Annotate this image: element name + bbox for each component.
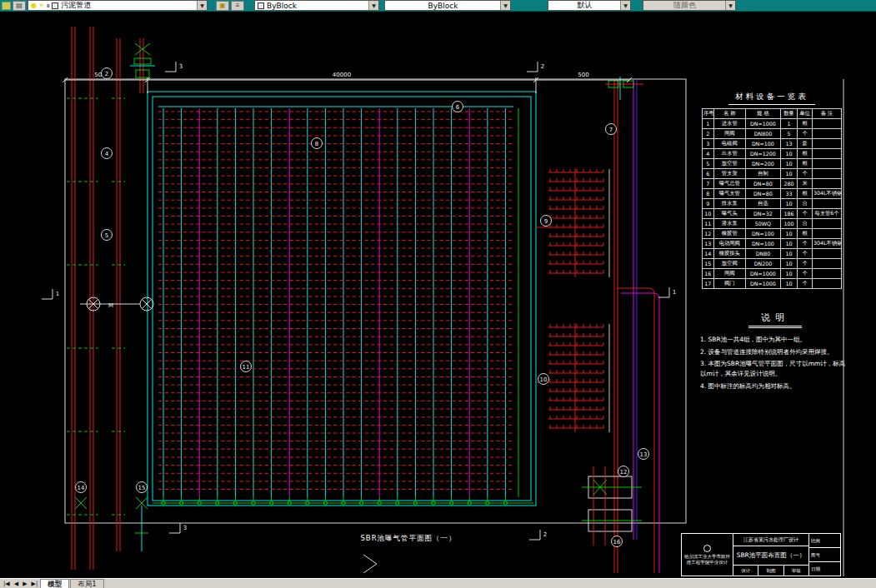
color-value: ByBlock xyxy=(267,2,297,10)
make-current-icon: ▣ xyxy=(219,2,226,9)
note-item: 3. 本图为SBR池曝气管平面图，尺寸以mm计，标高以m计，其余详见设计说明。 xyxy=(700,359,850,378)
cell-date: 日期 xyxy=(809,562,840,576)
svg-text:4: 4 xyxy=(105,151,109,157)
mat-row: 9排水泵自选10台 xyxy=(703,199,842,209)
mat-row: 7曝气总管DN=80280米 xyxy=(703,179,842,189)
svg-text:15: 15 xyxy=(138,485,146,491)
layer-previous-button[interactable]: ≡ xyxy=(231,1,244,11)
linetype-combo[interactable]: ByBlock ▼ xyxy=(384,0,511,11)
bottom-fittings xyxy=(75,497,148,551)
layers-icon: ▤ xyxy=(16,2,23,9)
drawing-caption: SBR池曝气管平面图（一） xyxy=(329,534,488,544)
lineweight-combo[interactable]: 默认 ▼ xyxy=(548,0,631,11)
lineweight-value: 默认 xyxy=(551,0,618,11)
dimension-line: 500 40000 500 xyxy=(63,72,632,93)
mat-row: 12橡胶管DN=10010根 xyxy=(703,229,842,239)
make-layer-current-button[interactable]: ▣ xyxy=(216,1,229,11)
layer-lock-icon: ∎ xyxy=(46,2,50,9)
tab-layout1[interactable]: 布局1 xyxy=(70,579,103,588)
last-tab-button[interactable]: ▶| xyxy=(30,581,40,587)
note-item: 1. SBR池一共4组，图中为其中一组。 xyxy=(700,335,850,345)
application-window: M xyxy=(0,0,876,588)
svg-text:1: 1 xyxy=(673,289,676,296)
svg-text:6: 6 xyxy=(456,104,460,111)
color-combo[interactable]: ByBlock ▼ xyxy=(254,0,379,11)
svg-text:3: 3 xyxy=(183,525,187,531)
app-icon xyxy=(2,2,11,10)
next-tab-button[interactable]: ▶ xyxy=(21,581,28,587)
first-tab-button[interactable]: |◀ xyxy=(2,581,12,587)
material-table-grid: 序号名 称规 格数量单位备 注 1进水管DN=10001根2闸阀DN8005个3… xyxy=(702,108,842,289)
svg-text:16: 16 xyxy=(613,539,621,546)
layer-thaw-icon: ☀ xyxy=(38,2,44,9)
mat-row: 10曝气头DN=32186个每支管6个 xyxy=(703,209,842,219)
diffuser-manifolds xyxy=(536,168,609,432)
svg-text:11: 11 xyxy=(243,364,250,371)
layer-manager-button[interactable]: ▤ xyxy=(13,1,26,11)
mat-row: 13电动闸阀DN=10010个304L不锈钢 xyxy=(703,239,842,249)
lineweight-combo-arrow[interactable]: ▼ xyxy=(620,1,630,10)
linetype-combo-arrow[interactable]: ▼ xyxy=(500,1,510,10)
drawing-title: SBR池平面布置图（一） xyxy=(733,546,808,566)
svg-text:2: 2 xyxy=(543,531,547,538)
right-pipes xyxy=(614,79,659,573)
svg-text:14: 14 xyxy=(78,485,85,491)
part-balloons: 245687910111213141516 xyxy=(76,68,649,547)
aeration-grid xyxy=(158,108,513,505)
school-name: 哈尔滨工业大学市政环境工程学院毕业设计 xyxy=(683,554,732,565)
note-item: 2. 设备与管道连接除特别说明者外均采用焊接。 xyxy=(700,347,850,357)
note-item: 4. 图中标注的标高均为相对标高。 xyxy=(700,381,850,391)
mat-row: 17阀门DN=100010个 xyxy=(703,279,842,289)
mat-col-header: 规 格 xyxy=(745,109,780,119)
mat-row: 5放空管DN=20010根 xyxy=(703,159,842,169)
prev-tab-button[interactable]: ◀ xyxy=(13,581,20,587)
tank-outline xyxy=(148,92,536,506)
dim-text-main: 40000 xyxy=(333,72,351,78)
object-properties-toolbar: ▤ ● ☀ ∎ 污泥管道 ▼ ▣ ≡ ByBlock ▼ ByBlock ▼ 默… xyxy=(0,0,876,12)
mat-row: 3电磁阀DN=10013套 xyxy=(703,139,842,149)
mat-row: 15放空阀DN20010个 xyxy=(703,259,842,269)
mat-row: 16闸阀DN=100010个 xyxy=(703,269,842,279)
plotstyle-value: 随颜色 xyxy=(646,0,723,11)
layout-tab-bar: |◀ ◀ ▶ ▶| 模型 布局1 xyxy=(0,578,876,588)
cell-scale: 比例 xyxy=(809,534,840,548)
mat-col-header: 单位 xyxy=(798,109,813,119)
school-logo-icon xyxy=(703,545,711,552)
mat-row: 1进水管DN=10001根 xyxy=(703,119,842,129)
mat-col-header: 名 称 xyxy=(713,109,745,119)
notes-title: 说明 xyxy=(748,311,802,328)
svg-text:5: 5 xyxy=(105,232,108,239)
cad-drawing-canvas[interactable]: M xyxy=(0,0,876,588)
mat-row: 11潜水泵50WQ100台 xyxy=(703,219,842,229)
linetype-value: ByBlock xyxy=(388,2,498,10)
mat-col-header: 备 注 xyxy=(813,109,842,119)
tab-model[interactable]: 模型 xyxy=(40,579,69,588)
svg-text:8: 8 xyxy=(315,141,318,147)
color-swatch xyxy=(258,2,264,9)
layer-on-icon: ● xyxy=(31,2,37,9)
svg-text:3: 3 xyxy=(179,63,183,70)
svg-text:2: 2 xyxy=(541,63,544,70)
mat-row: 8曝气支管DN=8033根304L不锈钢 xyxy=(703,189,842,199)
layer-name: 污泥管道 xyxy=(61,0,91,11)
svg-text:9: 9 xyxy=(544,218,548,225)
project-name: 江苏省某污水处理厂设计 xyxy=(733,534,808,546)
color-combo-arrow[interactable]: ▼ xyxy=(368,1,378,10)
notes-block: 说明 1. SBR池一共4组，图中为其中一组。2. 设备与管道连接除特别说明者外… xyxy=(700,311,850,393)
mat-col-header: 数量 xyxy=(781,109,798,119)
material-table-title: 材料设备一览表 xyxy=(728,92,815,105)
section-marks: 323211 xyxy=(42,62,676,540)
mat-row: 4出水管DN=120010根 xyxy=(703,149,842,159)
layer-combo-arrow[interactable]: ▼ xyxy=(197,1,207,10)
layer-color-chip xyxy=(52,2,58,9)
svg-text:1: 1 xyxy=(56,291,59,297)
svg-text:2: 2 xyxy=(105,71,108,77)
mat-row: 2闸阀DN8005个 xyxy=(703,129,842,139)
motor-valve-label: M xyxy=(108,302,113,309)
title-block-school: 哈尔滨工业大学市政环境工程学院毕业设计 xyxy=(682,534,733,576)
dim-text-right: 500 xyxy=(578,72,588,78)
title-block: 哈尔滨工业大学市政环境工程学院毕业设计 江苏省某污水处理厂设计 SBR池平面布置… xyxy=(681,533,841,576)
inlet-fittings xyxy=(130,43,155,77)
svg-text:13: 13 xyxy=(640,451,648,458)
layer-combo[interactable]: ● ☀ ∎ 污泥管道 ▼ xyxy=(28,0,208,11)
